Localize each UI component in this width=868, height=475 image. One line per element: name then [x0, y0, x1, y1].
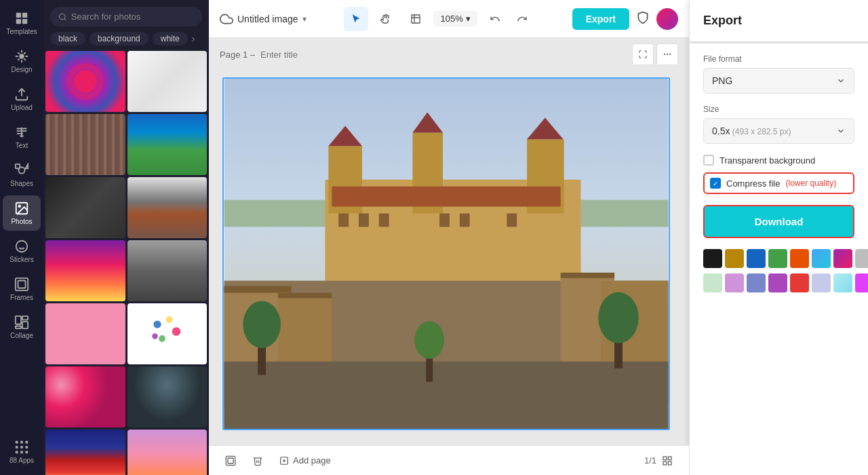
zoom-control[interactable]: 105% ▾ [433, 11, 477, 26]
color-swatch-gray[interactable] [855, 249, 868, 268]
add-page-icon [279, 456, 289, 466]
color-swatch-gold[interactable] [725, 249, 744, 268]
file-format-value: PNG [712, 75, 732, 86]
add-page-btn[interactable]: Add page [274, 453, 336, 468]
sidebar-item-text[interactable]: Text [3, 119, 41, 155]
color-swatch-indigo[interactable] [747, 273, 766, 292]
grid-view-btn[interactable] [656, 450, 678, 472]
search-icon [58, 12, 67, 22]
export-button[interactable]: Export [572, 8, 629, 30]
doc-title: Untitled image [237, 14, 298, 24]
export-panel-title: Export [703, 14, 854, 28]
photo-thumb-8[interactable] [127, 240, 208, 301]
photo-thumb-9[interactable] [45, 303, 125, 364]
svg-rect-63 [561, 273, 614, 278]
bottom-bar: Add page 1/1 [209, 445, 689, 475]
color-swatch-black[interactable] [703, 249, 722, 268]
color-swatch-green[interactable] [768, 249, 787, 268]
color-swatches-row2 [703, 273, 854, 292]
svg-rect-61 [224, 286, 292, 293]
compress-file-checkbox[interactable]: ✓ [710, 178, 721, 189]
undo-btn[interactable] [483, 7, 507, 31]
transparent-bg-label: Transparent background [719, 155, 815, 166]
sidebar-item-label-photos: Photos [11, 218, 32, 225]
sidebar-item-frames[interactable]: Frames [3, 271, 41, 307]
sidebar-item-design[interactable]: Design [3, 43, 41, 79]
toolbar-center-tools: 105% ▾ [344, 7, 534, 31]
color-swatch-red[interactable] [790, 273, 809, 292]
download-button[interactable]: Download [703, 205, 854, 238]
select-tool-btn[interactable] [344, 7, 368, 31]
color-swatch-light-green[interactable] [703, 273, 722, 292]
add-page-label: Add page [293, 455, 331, 466]
sidebar-item-templates[interactable]: Templates [3, 5, 41, 41]
doc-title-chevron-icon[interactable]: ▾ [302, 14, 307, 24]
svg-point-66 [243, 301, 281, 347]
shield-icon[interactable] [636, 11, 650, 27]
canvas-resize-btn[interactable] [632, 43, 654, 65]
color-swatch-blue[interactable] [747, 249, 766, 268]
page-thumbnail-btn[interactable] [220, 450, 241, 472]
filter-tag-background[interactable]: background [90, 32, 149, 45]
page-title-input[interactable] [260, 50, 374, 60]
svg-rect-64 [224, 362, 669, 429]
sidebar-item-apps[interactable]: 88 Apps [3, 434, 41, 470]
sidebar-item-label-apps: 88 Apps [9, 457, 34, 464]
color-swatch-magenta[interactable] [855, 273, 868, 292]
page-delete-btn[interactable] [247, 450, 269, 472]
filter-tag-black[interactable]: black [50, 32, 85, 45]
search-input[interactable] [71, 12, 194, 22]
photo-thumb-1[interactable] [45, 51, 125, 112]
sidebar-item-photos[interactable]: Photos [3, 195, 41, 231]
file-format-select[interactable]: PNG [703, 68, 854, 94]
svg-rect-72 [228, 458, 233, 463]
compress-file-row[interactable]: ✓ Compress file (lower quality) [703, 172, 854, 194]
photo-thumb-4[interactable] [127, 114, 208, 175]
sidebar-item-upload[interactable]: Upload [3, 81, 41, 117]
svg-point-31 [154, 320, 161, 328]
sidebar-item-collage[interactable]: Collage [3, 309, 41, 345]
canvas-tools [632, 43, 678, 65]
page-controls: Page 1 – [209, 38, 689, 71]
user-avatar[interactable] [656, 8, 678, 30]
color-swatch-orange[interactable] [790, 249, 809, 268]
svg-rect-15 [22, 316, 28, 320]
search-bar[interactable] [50, 7, 202, 26]
photo-thumb-12[interactable] [127, 366, 208, 428]
svg-rect-16 [22, 322, 28, 328]
filter-arrow-icon[interactable]: › [192, 33, 195, 44]
sidebar-item-stickers[interactable]: Stickers [3, 233, 41, 269]
photo-thumb-7[interactable] [45, 240, 125, 301]
photo-thumb-6[interactable] [127, 177, 208, 238]
svg-point-34 [159, 335, 165, 342]
color-swatch-purple-pink[interactable] [833, 249, 852, 268]
redo-btn[interactable] [510, 7, 534, 31]
color-swatch-lavender[interactable] [725, 273, 744, 292]
photo-thumb-11[interactable] [45, 366, 125, 428]
canvas-more-btn[interactable] [656, 43, 678, 65]
color-swatch-lightblue[interactable] [812, 249, 831, 268]
hand-tool-btn[interactable] [374, 7, 398, 31]
color-swatch-cyan-light[interactable] [833, 273, 852, 292]
transparent-bg-row[interactable]: Transparent background [703, 155, 854, 166]
color-swatch-violet[interactable] [768, 273, 787, 292]
color-swatch-periwinkle[interactable] [812, 273, 831, 292]
svg-rect-26 [26, 451, 28, 454]
filter-tag-white[interactable]: white [153, 32, 188, 45]
canvas-page [222, 77, 670, 430]
svg-rect-18 [16, 441, 18, 444]
size-select[interactable]: 0.5x (493 x 282.5 px) [703, 118, 854, 144]
transparent-bg-checkbox[interactable] [703, 155, 714, 166]
photo-thumb-13[interactable] [45, 430, 125, 475]
zoom-chevron-icon: ▾ [466, 14, 471, 24]
photo-thumb-3[interactable] [45, 114, 125, 175]
sidebar-item-label-text: Text [16, 142, 28, 149]
photo-thumb-2[interactable] [127, 51, 208, 112]
svg-rect-52 [379, 213, 389, 227]
main-area: Untitled image ▾ 105% ▾ [209, 0, 689, 475]
photo-thumb-10[interactable] [127, 303, 208, 364]
sidebar-item-shapes[interactable]: Shapes [3, 157, 41, 193]
photo-thumb-14[interactable] [127, 430, 208, 475]
layout-tool-btn[interactable] [403, 7, 428, 31]
photo-thumb-5[interactable] [45, 177, 125, 238]
